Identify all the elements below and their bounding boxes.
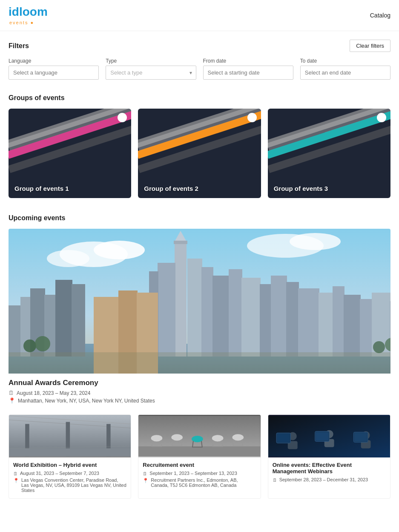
featured-event-location: Manhattan, New York, NY, USA, New York N… — [18, 398, 155, 404]
logo-text: idloom — [9, 5, 48, 18]
svg-rect-19 — [201, 267, 213, 357]
event-card-0-date: August 31, 2023 – September 7, 2023 — [20, 471, 99, 476]
svg-rect-76 — [277, 434, 290, 442]
svg-rect-84 — [354, 433, 367, 441]
chairs-svg — [138, 415, 260, 457]
featured-event-info: Annual Awards Ceremony 🗓 August 18, 2023… — [9, 374, 390, 410]
to-date-label: To date — [300, 58, 390, 64]
nav-catalog-link[interactable]: Catalog — [370, 12, 390, 19]
groups-grid: Group of events 1 Group of events 2 — [9, 109, 390, 198]
event-card-0-title: World Exhibition – Hybrid event — [13, 462, 126, 468]
svg-rect-47 — [9, 449, 131, 457]
group-card-2-radio — [247, 113, 257, 122]
svg-rect-26 — [298, 288, 319, 357]
svg-rect-36 — [9, 352, 390, 374]
from-date-label: From date — [203, 58, 293, 64]
svg-rect-12 — [72, 284, 85, 357]
event-card-0-info: World Exhibition – Hybrid event 🗓 August… — [9, 457, 131, 498]
header: idloom events ● Catalog — [0, 0, 399, 31]
to-date-filter: To date — [300, 58, 390, 80]
featured-event-date: August 18, 2023 – May 23, 2024 — [17, 390, 90, 396]
svg-rect-28 — [333, 286, 344, 357]
svg-rect-16 — [158, 263, 175, 357]
from-date-input[interactable] — [203, 66, 293, 80]
logo-subtitle: events ● — [9, 20, 34, 25]
language-filter: Language — [9, 58, 99, 80]
featured-event-card[interactable]: Annual Awards Ceremony 🗓 August 18, 2023… — [9, 229, 390, 410]
svg-point-5 — [290, 233, 341, 250]
featured-event-title: Annual Awards Ceremony — [9, 379, 390, 387]
svg-rect-29 — [344, 295, 361, 357]
online-svg — [268, 415, 390, 457]
svg-rect-27 — [319, 293, 333, 357]
featured-event-date-meta: 🗓 August 18, 2023 – May 23, 2024 — [9, 390, 390, 396]
event-card-1-location-meta: 📍 Recruitment Partners Inc., Edmonton, A… — [143, 477, 256, 488]
event-card-0-image — [9, 415, 131, 457]
events-grid: World Exhibition – Hybrid event 🗓 August… — [9, 414, 390, 499]
svg-rect-20 — [212, 276, 230, 357]
svg-rect-30 — [360, 299, 373, 357]
indoor-svg — [9, 415, 131, 457]
svg-rect-13 — [175, 242, 187, 357]
group-card-2-label: Group of events 2 — [144, 185, 198, 192]
upcoming-section: Upcoming events — [9, 202, 390, 503]
group-card-3-radio — [377, 113, 386, 122]
event-0-calendar-icon: 🗓 — [13, 471, 18, 476]
upcoming-title: Upcoming events — [9, 214, 390, 222]
language-input[interactable] — [9, 66, 99, 80]
event-card-1-info: Recruitement event 🗓 September 1, 2023 –… — [138, 457, 260, 493]
event-card-0-location-meta: 📍 Las Vegas Convention Center, Paradise … — [13, 477, 126, 493]
group-card-3[interactable]: Group of events 3 — [268, 109, 390, 198]
event-card-2-date: September 28, 2023 – December 31, 2023 — [279, 477, 368, 482]
svg-rect-24 — [271, 276, 287, 357]
event-card-1-date: September 1, 2023 – September 13, 2023 — [149, 471, 237, 476]
type-filter: Type Select a type In-person Online Hybr… — [106, 58, 196, 80]
nyc-skyline-svg — [9, 229, 390, 374]
calendar-icon: 🗓 — [9, 390, 14, 396]
svg-rect-22 — [241, 278, 261, 357]
from-date-filter: From date — [203, 58, 293, 80]
svg-point-39 — [373, 341, 385, 353]
svg-rect-50 — [138, 446, 260, 457]
group-card-1[interactable]: Group of events 1 — [9, 109, 131, 198]
group-card-1-label: Group of events 1 — [14, 185, 69, 192]
filters-row: Language Type Select a type In-person On… — [9, 58, 390, 80]
event-card-1-image — [138, 415, 260, 457]
type-label: Type — [106, 58, 196, 64]
event-card-2-image — [268, 415, 390, 457]
event-card-1[interactable]: Recruitement event 🗓 September 1, 2023 –… — [138, 414, 261, 499]
event-card-0-date-meta: 🗓 August 31, 2023 – September 7, 2023 — [13, 471, 126, 476]
featured-event-image — [9, 229, 390, 374]
to-date-input[interactable] — [300, 66, 390, 80]
event-2-calendar-icon: 🗓 — [273, 477, 277, 483]
svg-point-37 — [23, 339, 36, 352]
event-card-2-date-meta: 🗓 September 28, 2023 – December 31, 2023 — [273, 477, 386, 483]
event-card-1-title: Recruitement event — [143, 462, 256, 468]
event-1-location-icon: 📍 — [143, 478, 149, 483]
location-icon: 📍 — [9, 397, 15, 404]
groups-title: Groups of events — [9, 94, 390, 102]
logo[interactable]: idloom events ● — [9, 5, 48, 26]
svg-rect-11 — [55, 280, 72, 357]
svg-point-3 — [47, 250, 89, 267]
event-card-2-title: Online events: Effective Event Managemen… — [273, 462, 386, 474]
event-1-calendar-icon: 🗓 — [143, 471, 147, 476]
type-select[interactable]: Select a type In-person Online Hybrid — [106, 66, 196, 80]
filters-title: Filters — [9, 42, 29, 50]
event-card-0-location: Las Vegas Convention Center, Paradise Ro… — [21, 477, 126, 493]
svg-rect-80 — [316, 432, 328, 440]
event-card-2-info: Online events: Effective Event Managemen… — [268, 457, 390, 488]
event-card-1-location: Recruitment Partners Inc., Edmonton, AB,… — [151, 477, 256, 488]
svg-rect-15 — [174, 241, 187, 244]
svg-rect-21 — [229, 269, 242, 357]
event-card-1-date-meta: 🗓 September 1, 2023 – September 13, 2023 — [143, 471, 256, 476]
event-card-2[interactable]: Online events: Effective Event Managemen… — [268, 414, 390, 499]
event-card-0[interactable]: World Exhibition – Hybrid event 🗓 August… — [9, 414, 131, 499]
clear-filters-button[interactable]: Clear filters — [350, 40, 390, 52]
language-label: Language — [9, 58, 99, 64]
group-card-2[interactable]: Group of events 2 — [138, 109, 261, 198]
featured-event-location-meta: 📍 Manhattan, New York, NY, USA, New York… — [9, 397, 390, 404]
event-0-location-icon: 📍 — [13, 478, 19, 483]
filters-section: Filters Clear filters Language Type Sele… — [9, 31, 390, 84]
main-content: Filters Clear filters Language Type Sele… — [0, 31, 399, 503]
